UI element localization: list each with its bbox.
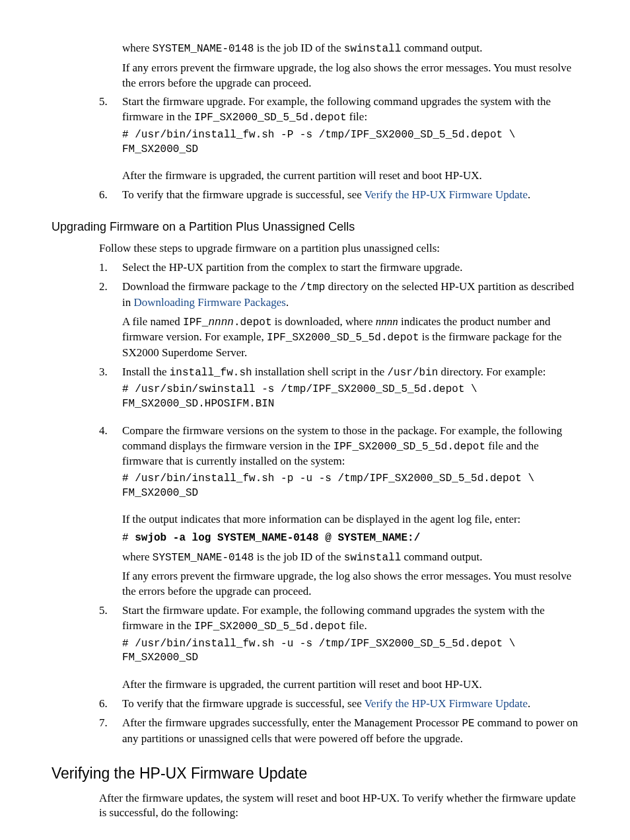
ordered-list-main: 1. Select the HP-UX partition from the c… [52,260,578,746]
link-verify-update[interactable]: Verify the HP-UX Firmware Update [365,188,528,201]
list-number: 2. [99,280,108,295]
link-download-packages[interactable]: Downloading Firmware Packages [133,296,285,309]
code-block: # /usr/bin/install_fw.sh -p -u -s /tmp/I… [122,472,578,500]
paragraph: where SYSTEM_NAME-0148 is the job ID of … [122,550,578,566]
code-block: # /usr/bin/install_fw.sh -P -s /tmp/IPF_… [122,128,578,157]
paragraph: After the firmware is upgraded, the curr… [122,169,578,184]
list-number: 5. [99,603,108,619]
list-item: 6. To verify that the firmware upgrade i… [52,697,578,712]
list-item: 6. To verify that the firmware upgrade i… [52,188,578,203]
command-line: # swjob -a log SYSTEM_NAME-0148 @ SYSTEM… [122,531,578,546]
section-heading-verify: Verifying the HP-UX Firmware Update [52,763,578,784]
list-item: 5. Start the firmware update. For exampl… [52,603,578,693]
list-number: 6. [99,697,108,712]
paragraph: If any errors prevent the firmware upgra… [122,569,578,599]
list-number: 1. [99,260,108,276]
list-number: 4. [99,424,108,439]
ordered-list-top: 5. Start the firmware upgrade. For examp… [52,95,578,203]
list-number: 5. [99,95,108,110]
list-number: 3. [99,365,108,380]
paragraph: If the output indicates that more inform… [122,512,578,527]
list-number: 7. [99,716,108,731]
section-heading-upgrade-partition: Upgrading Firmware on a Partition Plus U… [52,219,578,235]
paragraph: After the firmware is upgraded, the curr… [122,677,578,693]
list-item: 2. Download the firmware package to the … [52,280,578,361]
paragraph: Follow these steps to upgrade firmware o… [99,241,578,256]
paragraph: where SYSTEM_NAME-0148 is the job ID of … [122,41,578,57]
list-item: 3. Install the install_fw.sh installatio… [52,365,578,412]
list-number: 6. [99,188,108,203]
list-item: 5. Start the firmware upgrade. For examp… [52,95,578,184]
code-block: # /usr/sbin/swinstall -s /tmp/IPF_SX2000… [122,383,578,411]
list-item: 4. Compare the firmware versions on the … [52,424,578,600]
list-item: 7. After the firmware upgrades successfu… [52,716,578,747]
paragraph: If any errors prevent the firmware upgra… [122,61,578,91]
paragraph: After the firmware updates, the system w… [99,791,578,821]
code-block: # /usr/bin/install_fw.sh -u -s /tmp/IPF_… [122,637,578,666]
paragraph: A file named IPF_nnnn.depot is downloade… [122,315,578,361]
list-item: 1. Select the HP-UX partition from the c… [52,260,578,276]
link-verify-update[interactable]: Verify the HP-UX Firmware Update [365,697,528,710]
